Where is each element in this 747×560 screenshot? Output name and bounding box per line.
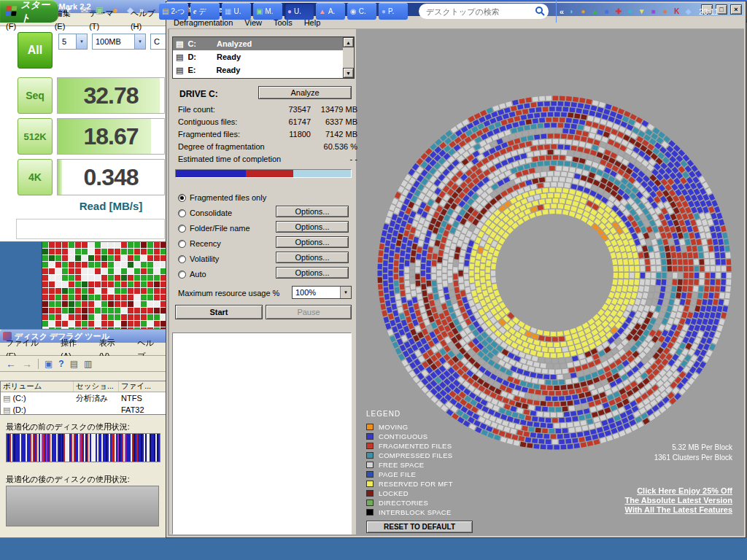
forward-icon[interactable]: →: [22, 358, 32, 370]
toolbar-divider: [38, 359, 39, 369]
promo-link-2[interactable]: The Absolute Latest Version: [624, 496, 732, 505]
volume-row[interactable]: ▤ (D:) FAT32: [1, 404, 167, 415]
radio-consolidate[interactable]: Consolidate: [178, 208, 232, 218]
test-drive-select[interactable]: C: [150, 34, 167, 50]
start-button[interactable]: Start: [175, 305, 263, 319]
stat-label: File count:: [178, 105, 215, 114]
tray-icon[interactable]: ●: [659, 7, 670, 15]
run-seq-button[interactable]: Seq: [18, 77, 53, 114]
volume-list: ボリューム セッショ... ファイ... ▤ (C:) 分析済み NTFS ▤ …: [0, 381, 168, 415]
stat-label: Contiguous files:: [178, 117, 237, 126]
task-label: P.: [388, 7, 394, 15]
column-session[interactable]: セッショ...: [74, 381, 119, 392]
task-button-app-u1[interactable]: ▦ U.: [222, 3, 251, 20]
tray-icon[interactable]: ✚: [613, 7, 624, 15]
options-button-auto[interactable]: Options...: [276, 267, 349, 279]
clock[interactable]: 23:11: [699, 7, 719, 16]
task-button-app-p[interactable]: ● P.: [379, 3, 408, 20]
disk-platter-visualization[interactable]: [368, 86, 741, 459]
volume-filesystem: FAT32: [119, 404, 167, 415]
report-view-icon[interactable]: ▥: [84, 359, 92, 369]
app-shortcut-icon[interactable]: ◆: [124, 5, 136, 15]
task-button-folder-group[interactable]: ▤ 2-つ: [159, 3, 188, 20]
search-input[interactable]: [426, 7, 532, 16]
resource-usage-select[interactable]: 100% ▼: [292, 286, 352, 299]
tray-icon[interactable]: ▼: [636, 7, 647, 15]
tray-icon-antivirus[interactable]: K: [671, 7, 682, 15]
tray-icon[interactable]: ●: [578, 7, 589, 15]
run-512k-button[interactable]: 512K: [18, 118, 53, 155]
test-size-select[interactable]: 100MB ▼: [92, 34, 146, 50]
drive-row-c[interactable]: ▤ C: Analyzed: [173, 37, 354, 50]
drive-row-d[interactable]: ▤ D: Ready: [173, 50, 354, 63]
pause-button[interactable]: Pause: [266, 305, 352, 319]
mail-icon[interactable]: ✉: [78, 5, 90, 15]
back-icon[interactable]: ←: [6, 358, 16, 370]
volume-session-status: [74, 404, 119, 415]
task-button-ultimatedefrag[interactable]: ● U.: [285, 3, 314, 20]
task-button-ie[interactable]: e デ: [190, 3, 220, 20]
volume-row[interactable]: ▤ (C:) 分析済み NTFS: [1, 392, 167, 404]
radio-folder-file-name[interactable]: Folder/File name: [178, 223, 250, 233]
legend-label: RESERVED FOR MFT: [379, 480, 453, 488]
scroll-up-icon[interactable]: ▲: [343, 37, 354, 47]
app-icon: ▦: [225, 7, 231, 15]
column-filesystem[interactable]: ファイ...: [119, 381, 167, 392]
tray-icon[interactable]: ●: [624, 7, 635, 15]
radio-icon: [178, 194, 186, 202]
chevron-down-icon[interactable]: ▼: [76, 34, 87, 49]
analyze-button[interactable]: Analyze: [258, 86, 352, 99]
legend-label: DIRECTORIES: [379, 499, 428, 507]
block-size-info: 5.32 MB Per Block: [672, 443, 732, 451]
tray-icon[interactable]: ■: [648, 7, 659, 15]
chevron-down-icon[interactable]: ▼: [340, 287, 351, 298]
tray-icon[interactable]: ▲: [589, 7, 600, 15]
radio-recency[interactable]: Recency: [178, 238, 221, 249]
search-icon[interactable]: [535, 6, 546, 17]
show-desktop-icon[interactable]: ▣: [93, 5, 106, 15]
promo-link-1[interactable]: Click Here Enjoy 25% Off: [637, 486, 732, 495]
file-list-panel[interactable]: [172, 332, 352, 534]
options-button-folder-file[interactable]: Options...: [276, 221, 349, 233]
stat-value: 73547: [266, 105, 311, 114]
drive-letter: C:: [187, 39, 196, 48]
run-4k-button[interactable]: 4K: [18, 159, 53, 195]
start-button[interactable]: スタート: [0, 0, 58, 23]
radio-volatility[interactable]: Volatility: [178, 254, 219, 264]
tray-icon[interactable]: ◆: [683, 7, 694, 15]
console-window-icon[interactable]: ▣: [44, 359, 53, 369]
volume-session-status: 分析済み: [74, 392, 119, 404]
options-button-recency[interactable]: Options...: [276, 236, 349, 248]
tray-icon[interactable]: ◗: [566, 7, 577, 15]
quick-launch-overflow-chevron[interactable]: »: [139, 6, 144, 15]
test-count-select[interactable]: 5 ▼: [58, 34, 88, 50]
drive-letter: E:: [187, 66, 196, 74]
tray-collapse-chevron[interactable]: «: [560, 7, 564, 16]
task-button-crystaldiskmark[interactable]: ◉ C.: [347, 3, 376, 20]
legend-swatch: [366, 481, 374, 487]
desktop-search-box[interactable]: [419, 4, 549, 19]
task-button-app-m[interactable]: ▣ M.: [253, 3, 282, 20]
options-button-volatility[interactable]: Options...: [276, 252, 349, 263]
radio-fragmented-files-only[interactable]: Fragmented files only: [178, 192, 266, 203]
reset-to-default-button[interactable]: RESET TO DEFAULT: [366, 521, 473, 533]
radio-auto[interactable]: Auto: [178, 269, 206, 279]
column-volume[interactable]: ボリューム: [1, 381, 74, 392]
folder-icon: ▤: [162, 7, 169, 15]
resource-usage-label: Maximum resource usage %: [178, 289, 279, 298]
scroll-down-icon[interactable]: ▼: [343, 68, 354, 78]
run-all-button[interactable]: All: [18, 32, 53, 69]
promo-link-3[interactable]: With All The Latest Features: [625, 505, 732, 514]
options-button-consolidate[interactable]: Options...: [276, 206, 349, 217]
drive-row-e[interactable]: ▤ E: Ready: [173, 63, 354, 77]
tray-icon[interactable]: ■: [601, 7, 612, 15]
app-shortcut-icon[interactable]: ●: [109, 5, 121, 15]
internet-explorer-icon[interactable]: e: [63, 4, 75, 15]
defrag-control-panel: ▤ C: Analyzed ▤ D: Ready ▤ E: Ready ▲ ▼ …: [169, 29, 356, 534]
list-view-icon[interactable]: ▤: [70, 359, 78, 369]
task-button-app-a[interactable]: ▲ A.: [316, 3, 345, 20]
scrollbar-track[interactable]: [343, 47, 354, 68]
chevron-down-icon[interactable]: ▼: [134, 34, 145, 49]
task-label: U.: [294, 7, 301, 15]
help-icon[interactable]: ?: [58, 359, 63, 369]
